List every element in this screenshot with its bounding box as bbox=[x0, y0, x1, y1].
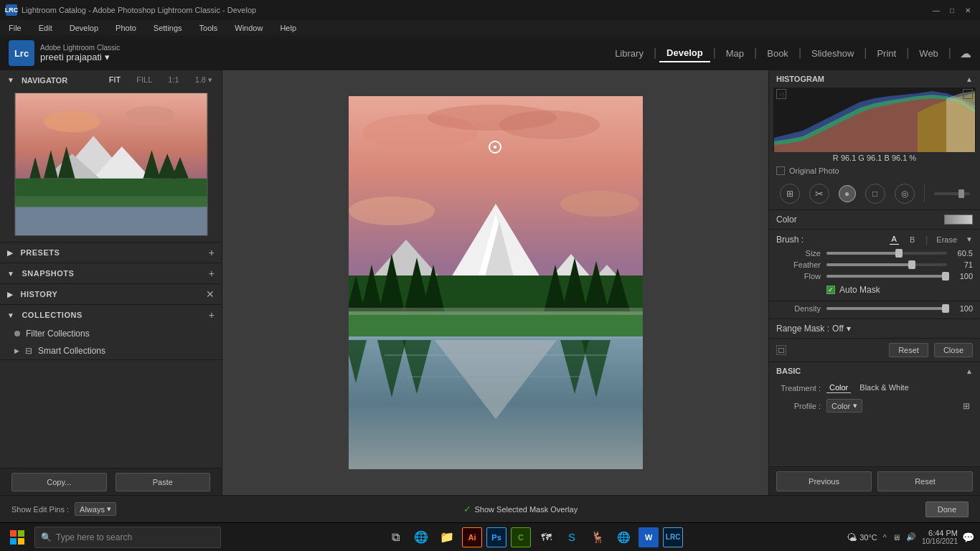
taskbar-search[interactable]: 🔍 Type here to search bbox=[34, 527, 221, 548]
module-web[interactable]: Web bbox=[912, 45, 946, 62]
rgb-values: R 96.1 G 96.1 B 96.1 % bbox=[769, 152, 980, 164]
close-mask-button[interactable]: Close bbox=[934, 343, 973, 357]
brush-dropdown-icon[interactable]: ▼ bbox=[966, 235, 973, 243]
navigator-collapse-arrow[interactable]: ▼ bbox=[7, 76, 14, 84]
nav-mode-zoom[interactable]: 1.8 ▾ bbox=[193, 75, 215, 85]
feather-slider[interactable] bbox=[826, 263, 947, 266]
bw-treatment-button[interactable]: Black & White bbox=[857, 382, 911, 393]
file-explorer-icon[interactable]: 📁 bbox=[436, 527, 458, 548]
menu-edit[interactable]: Edit bbox=[36, 22, 55, 34]
size-slider[interactable] bbox=[826, 252, 947, 255]
photoshop-icon[interactable]: Ps bbox=[486, 527, 507, 547]
basic-arrow[interactable]: ▲ bbox=[966, 367, 973, 375]
profile-dropdown[interactable]: Color ▾ bbox=[826, 399, 862, 413]
title-bar-left: LRC Lightroom Catalog - Adobe Photoshop … bbox=[6, 4, 256, 16]
previous-button[interactable]: Previous bbox=[776, 471, 872, 491]
menu-window[interactable]: Window bbox=[232, 22, 265, 34]
original-photo-toggle[interactable]: Original Photo bbox=[769, 164, 980, 178]
presets-add-button[interactable]: + bbox=[209, 247, 215, 258]
maps-icon[interactable]: 🗺 bbox=[535, 527, 557, 548]
profile-grid-icon[interactable]: ⊞ bbox=[963, 401, 970, 411]
menu-settings[interactable]: Settings bbox=[151, 22, 185, 34]
taskbar: 🔍 Type here to search ⧉ 🌐 📁 Ai Ps C 🗺 S … bbox=[0, 522, 980, 551]
menu-file[interactable]: File bbox=[6, 22, 24, 34]
tone-curve-icon[interactable] bbox=[934, 192, 970, 195]
menu-tools[interactable]: Tools bbox=[197, 22, 221, 34]
brush-erase-label[interactable]: Erase bbox=[936, 235, 957, 244]
edit-pins-bar: Show Edit Pins : Always ▾ ✓ Show Selecte… bbox=[0, 495, 980, 522]
chrome-icon[interactable]: 🌐 bbox=[613, 527, 634, 548]
paste-button[interactable]: Paste bbox=[116, 473, 211, 491]
brush-tab-a[interactable]: A bbox=[890, 234, 899, 245]
cloud-sync-icon[interactable]: ☁ bbox=[960, 47, 971, 60]
start-button[interactable] bbox=[6, 526, 29, 549]
hist-shadow-clipping[interactable]: ◁ bbox=[776, 89, 786, 99]
mask-overlay-toggle[interactable]: ✓ Show Selected Mask Overlay bbox=[463, 504, 578, 514]
network-icon[interactable]: 🖥 bbox=[891, 532, 902, 543]
menu-help[interactable]: Help bbox=[277, 22, 299, 34]
navigator-title: Navigator bbox=[22, 76, 67, 85]
collections-add-button[interactable]: + bbox=[209, 309, 215, 321]
snapshots-header[interactable]: ▼ Snapshots + bbox=[0, 263, 222, 283]
lightroom-taskbar-icon[interactable]: LRC bbox=[663, 527, 683, 547]
edge-browser-icon[interactable]: 🌐 bbox=[410, 527, 432, 548]
orig-photo-checkbox[interactable] bbox=[776, 166, 785, 175]
color-treatment-button[interactable]: Color bbox=[826, 382, 851, 393]
skype-icon[interactable]: S bbox=[561, 527, 583, 548]
grid-tool-icon[interactable]: ⊞ bbox=[780, 184, 800, 204]
hist-highlight-clipping[interactable]: ▷ bbox=[963, 89, 973, 99]
menu-photo[interactable]: Photo bbox=[113, 22, 139, 34]
user-name: preeti prajapati ▾ bbox=[40, 52, 120, 62]
nav-mode-fit[interactable]: FIT bbox=[107, 75, 123, 85]
nav-mode-fill[interactable]: FILL bbox=[134, 75, 154, 85]
module-library[interactable]: Library bbox=[608, 45, 651, 62]
word-icon[interactable]: W bbox=[639, 527, 659, 547]
reset-develop-button[interactable]: Reset bbox=[877, 471, 973, 491]
reset-button[interactable]: Reset bbox=[889, 343, 928, 357]
presets-header[interactable]: ▶ Presets + bbox=[0, 242, 222, 263]
brush-tool-icon[interactable]: ● bbox=[839, 185, 856, 202]
history-header[interactable]: ▶ History ✕ bbox=[0, 284, 222, 304]
module-develop[interactable]: Develop bbox=[659, 44, 710, 62]
filter-collections-item[interactable]: Filter Collections bbox=[0, 325, 222, 342]
color-swatch[interactable] bbox=[944, 215, 973, 225]
copy-button[interactable]: Copy... bbox=[11, 473, 107, 491]
nav-mode-1-1[interactable]: 1:1 bbox=[166, 75, 181, 85]
auto-mask-toggle[interactable]: ✓ Auto Mask bbox=[776, 283, 973, 296]
histogram-arrow[interactable]: ▲ bbox=[966, 75, 973, 83]
minimize-button[interactable]: — bbox=[930, 4, 943, 17]
crop-tool-icon[interactable]: ✂ bbox=[809, 184, 829, 204]
brush-tab-b[interactable]: B bbox=[908, 235, 917, 245]
g-label: G bbox=[858, 154, 864, 162]
module-map[interactable]: Map bbox=[719, 45, 751, 62]
tray-chevron[interactable]: ^ bbox=[882, 532, 888, 543]
gradient-tool-icon[interactable]: □ bbox=[865, 184, 885, 204]
close-button[interactable]: ✕ bbox=[961, 4, 974, 17]
notification-icon[interactable]: 💬 bbox=[962, 532, 974, 543]
snapshots-add-button[interactable]: + bbox=[209, 268, 215, 279]
user-dropdown-icon[interactable]: ▾ bbox=[105, 52, 110, 62]
done-button[interactable]: Done bbox=[925, 501, 969, 517]
app8-icon[interactable]: 🦌 bbox=[587, 527, 608, 548]
menu-develop[interactable]: Develop bbox=[67, 22, 101, 34]
illustrator-icon[interactable]: Ai bbox=[462, 527, 482, 547]
density-slider[interactable] bbox=[826, 307, 947, 310]
flow-slider[interactable] bbox=[826, 275, 947, 278]
module-book[interactable]: Book bbox=[760, 45, 796, 62]
corel-icon[interactable]: C bbox=[511, 527, 531, 547]
module-picker: Library | Develop | Map | Book | Slidesh… bbox=[608, 44, 971, 62]
history-close-button[interactable]: ✕ bbox=[206, 288, 215, 300]
smart-collections-item[interactable]: ▶ ⊟ Smart Collections bbox=[0, 342, 222, 359]
module-slideshow[interactable]: Slideshow bbox=[804, 45, 861, 62]
collections-header[interactable]: ▼ Collections + bbox=[0, 305, 222, 325]
range-mask-dropdown[interactable]: ▾ bbox=[847, 324, 851, 334]
volume-icon[interactable]: 🔊 bbox=[905, 531, 918, 543]
auto-mask-checkbox[interactable]: ✓ bbox=[826, 286, 835, 294]
module-print[interactable]: Print bbox=[870, 45, 903, 62]
effect-toggle-icon[interactable]: □ bbox=[776, 345, 786, 355]
task-view-button[interactable]: ⧉ bbox=[385, 527, 406, 548]
edit-pins-dropdown[interactable]: Always ▾ bbox=[75, 502, 116, 516]
main-image bbox=[349, 96, 643, 469]
maximize-button[interactable]: □ bbox=[946, 4, 958, 17]
radial-tool-icon[interactable]: ◎ bbox=[895, 184, 915, 204]
